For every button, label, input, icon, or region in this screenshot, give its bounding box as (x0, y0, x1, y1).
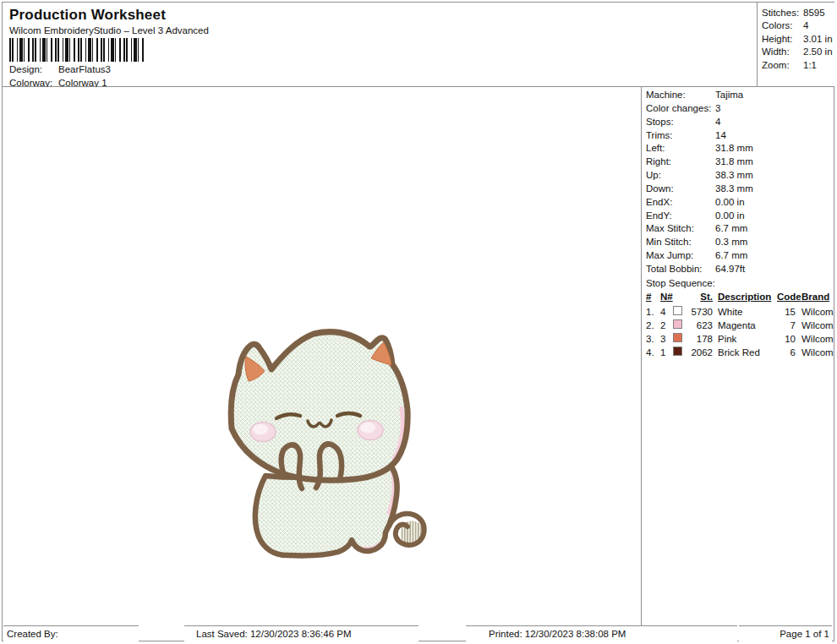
design-row: Design: BearFlatus3 (9, 64, 111, 74)
machine-row: Color changes:3 (646, 103, 834, 117)
stat-row: Height:3.01 in (762, 34, 834, 46)
thread-color-swatch (673, 319, 682, 329)
stats-panel: Stitches:8595 Colors:4 Height:3.01 in Wi… (757, 3, 834, 87)
embroidery-design-cat (225, 327, 428, 564)
stop-sequence-row: 4. 1 2062 Brick Red 6 Wilcom (646, 346, 834, 359)
machine-row: Min Stitch:0.3 mm (646, 237, 834, 250)
machine-row: Total Bobbin:64.97ft (646, 264, 834, 277)
footer-printed: Printed: 12/30/2023 8:38:08 PM (466, 625, 737, 641)
thread-color-swatch (673, 347, 682, 356)
machine-row: Trims:14 (646, 130, 834, 144)
stop-sequence-header: # N# St. Description Code Brand (646, 292, 834, 305)
design-label: Design: (9, 64, 58, 74)
machine-row: Stops:4 (646, 117, 834, 130)
machine-info-panel: Machine:Tajima Color changes:3 Stops:4 T… (641, 87, 834, 627)
stop-sequence-title: Stop Sequence: (646, 278, 834, 292)
design-barcode (9, 38, 145, 62)
machine-row: Max Stitch:6.7 mm (646, 223, 834, 237)
machine-row: Left:31.8 mm (646, 143, 834, 156)
machine-row: Right:31.8 mm (646, 156, 834, 170)
thread-color-swatch (673, 306, 682, 315)
stat-row: Width:2.50 in (762, 46, 834, 59)
stat-row: Zoom:1:1 (762, 60, 834, 73)
header: Production Worksheet Wilcom EmbroiderySt… (3, 3, 834, 87)
stat-row: Colors:4 (762, 20, 834, 33)
stop-sequence-row: 2. 2 623 Magenta 7 Wilcom (646, 319, 834, 332)
footer-page-number: Page 1 of 1 (739, 625, 832, 641)
machine-row: Down:38.3 mm (646, 183, 834, 197)
stop-sequence-row: 1. 4 5730 White 15 Wilcom (646, 305, 834, 319)
design-value: BearFlatus3 (58, 64, 111, 74)
thread-color-swatch (673, 333, 682, 342)
design-canvas (3, 87, 641, 625)
footer-created-by: Created By: (3, 625, 139, 641)
machine-row: Max Jump:6.7 mm (646, 250, 834, 264)
stop-sequence-row: 3. 3 178 Pink 10 Wilcom (646, 332, 834, 346)
machine-row: Machine:Tajima (646, 90, 834, 103)
machine-row: EndX:0.00 in (646, 197, 834, 210)
footer-last-saved: Last Saved: 12/30/2023 8:36:46 PM (184, 625, 418, 641)
machine-row: Up:38.3 mm (646, 170, 834, 183)
stat-row: Stitches:8595 (762, 8, 834, 20)
production-worksheet-page: Production Worksheet Wilcom EmbroiderySt… (0, 0, 837, 644)
machine-row: EndY:0.00 in (646, 210, 834, 224)
page-title: Production Worksheet (9, 7, 166, 24)
app-subtitle: Wilcom EmbroideryStudio – Level 3 Advanc… (9, 25, 209, 35)
